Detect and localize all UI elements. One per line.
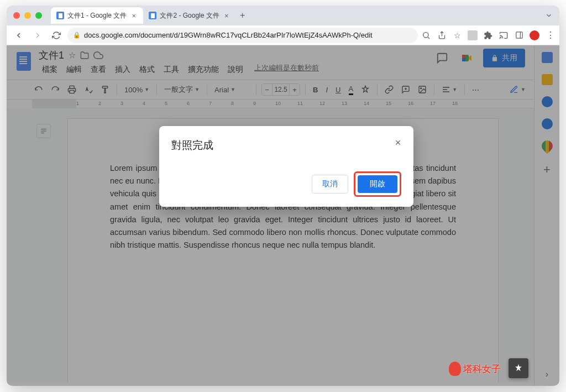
outline-toggle-icon[interactable] bbox=[36, 124, 51, 138]
link-button[interactable] bbox=[382, 84, 396, 95]
collapse-panel-icon[interactable]: › bbox=[546, 369, 548, 379]
window-close-button[interactable] bbox=[13, 12, 20, 19]
tab-title: 文件1 - Google 文件 bbox=[67, 11, 127, 20]
ruler-number: 1 bbox=[76, 101, 79, 106]
paint-format-button[interactable] bbox=[98, 84, 112, 95]
tab-close-icon[interactable]: × bbox=[130, 12, 138, 19]
menu-format[interactable]: 格式 bbox=[136, 63, 158, 76]
menubar: 檔案 編輯 查看 插入 格式 工具 擴充功能 說明 上次編輯是在數秒前 bbox=[39, 63, 428, 76]
ruler-number: 16 bbox=[408, 101, 413, 106]
profile-avatar-icon[interactable] bbox=[530, 30, 539, 40]
docs-title-row: 文件1 ☆ bbox=[39, 49, 428, 62]
extension-icon[interactable] bbox=[468, 30, 478, 40]
menu-file[interactable]: 檔案 bbox=[39, 63, 61, 76]
redo-button[interactable] bbox=[49, 84, 62, 95]
sidebar-panel-icon[interactable] bbox=[514, 30, 524, 40]
bold-button[interactable]: B bbox=[311, 85, 320, 95]
docs-logo-icon[interactable] bbox=[14, 49, 33, 74]
reload-button[interactable] bbox=[49, 28, 64, 43]
underline-button[interactable]: U bbox=[333, 85, 343, 95]
text-color-button[interactable]: A bbox=[347, 83, 356, 96]
back-button[interactable] bbox=[11, 28, 27, 43]
style-select[interactable]: 一般文字▼ bbox=[162, 83, 202, 96]
star-icon[interactable]: ☆ bbox=[69, 50, 76, 60]
window-minimize-button[interactable] bbox=[24, 12, 31, 19]
contacts-icon[interactable] bbox=[542, 118, 553, 129]
image-button[interactable] bbox=[416, 84, 429, 95]
font-size-stepper: − 12.5 + bbox=[261, 83, 300, 96]
ruler-number: 18 bbox=[452, 101, 458, 106]
print-button[interactable] bbox=[65, 84, 78, 95]
address-bar[interactable]: 🔒 docs.google.com/document/d/19GWrn8wRC1… bbox=[67, 28, 418, 43]
more-button[interactable]: ⋯ bbox=[470, 85, 481, 95]
ruler[interactable]: 123456789101112131415161718 bbox=[32, 100, 552, 108]
ruler-number: 7 bbox=[209, 101, 212, 106]
new-tab-button[interactable]: + bbox=[236, 9, 249, 22]
calendar-icon[interactable] bbox=[542, 52, 553, 63]
url-text: docs.google.com/document/d/19GWrn8wRC17v… bbox=[84, 31, 412, 39]
menu-edit[interactable]: 編輯 bbox=[63, 63, 85, 76]
forward-button[interactable] bbox=[30, 28, 45, 43]
highlight-button[interactable] bbox=[359, 84, 372, 95]
svg-rect-4 bbox=[462, 55, 465, 58]
lock-icon bbox=[491, 54, 499, 62]
share-label: 共用 bbox=[502, 53, 517, 63]
menu-view[interactable]: 查看 bbox=[87, 63, 109, 76]
titlebar: 文件1 - Google 文件 × 文件2 - Google 文件 × + bbox=[7, 6, 559, 25]
menu-tools[interactable]: 工具 bbox=[160, 63, 182, 76]
share-button[interactable]: 共用 bbox=[483, 49, 525, 67]
browser-tabs: 文件1 - Google 文件 × 文件2 - Google 文件 × + bbox=[51, 6, 541, 25]
keep-icon[interactable] bbox=[542, 74, 553, 85]
dialog-title: 對照完成 bbox=[171, 138, 401, 153]
ruler-number: 2 bbox=[98, 101, 101, 106]
separator bbox=[464, 84, 465, 95]
tab-close-icon[interactable]: × bbox=[223, 12, 230, 19]
undo-button[interactable] bbox=[32, 84, 45, 95]
align-button[interactable]: ▼ bbox=[439, 84, 459, 95]
ruler-number: 15 bbox=[386, 101, 391, 106]
ruler-number: 13 bbox=[342, 101, 347, 106]
meet-icon[interactable] bbox=[458, 49, 476, 67]
add-addon-icon[interactable]: + bbox=[543, 163, 551, 177]
comment-history-icon[interactable] bbox=[433, 49, 451, 67]
cloud-status-icon[interactable] bbox=[93, 50, 103, 60]
document-title[interactable]: 文件1 bbox=[39, 49, 64, 62]
tasks-icon[interactable] bbox=[542, 96, 553, 107]
url-bar-row: 🔒 docs.google.com/document/d/19GWrn8wRC1… bbox=[7, 25, 559, 45]
browser-tab-2[interactable]: 文件2 - Google 文件 × bbox=[143, 7, 235, 24]
cast-icon[interactable] bbox=[499, 30, 509, 40]
star-icon[interactable]: ☆ bbox=[452, 30, 462, 40]
spellcheck-button[interactable] bbox=[82, 84, 95, 95]
menu-help[interactable]: 說明 bbox=[224, 63, 247, 76]
compare-complete-dialog: 對照完成 × 取消 開啟 bbox=[159, 126, 413, 207]
separator bbox=[207, 84, 207, 95]
window-maximize-button[interactable] bbox=[35, 12, 42, 19]
comment-button[interactable] bbox=[399, 84, 412, 95]
svg-point-0 bbox=[423, 32, 428, 37]
ruler-number: 14 bbox=[364, 101, 369, 106]
decrease-font-button[interactable]: − bbox=[262, 86, 272, 94]
chrome-menu-icon[interactable]: ⋮ bbox=[545, 30, 555, 40]
editing-mode-button[interactable]: ▼ bbox=[505, 83, 530, 96]
font-select[interactable]: Arial▼ bbox=[212, 85, 251, 95]
ruler-number: 6 bbox=[187, 101, 190, 106]
open-button[interactable]: 開啟 bbox=[358, 175, 397, 193]
dialog-close-button[interactable]: × bbox=[391, 136, 405, 149]
last-edit-info[interactable]: 上次編輯是在數秒前 bbox=[254, 63, 319, 76]
increase-font-button[interactable]: + bbox=[290, 86, 300, 94]
cancel-button[interactable]: 取消 bbox=[312, 175, 348, 194]
extensions-puzzle-icon[interactable] bbox=[483, 30, 493, 40]
window-expand-icon[interactable] bbox=[545, 12, 553, 19]
menu-extensions[interactable]: 擴充功能 bbox=[185, 63, 222, 76]
search-icon[interactable] bbox=[421, 30, 431, 40]
zoom-select[interactable]: 100%▼ bbox=[122, 85, 151, 95]
menu-insert[interactable]: 插入 bbox=[112, 63, 134, 76]
maps-icon[interactable] bbox=[539, 138, 554, 154]
separator bbox=[256, 84, 256, 95]
font-size-value[interactable]: 12.5 bbox=[272, 84, 290, 95]
move-folder-icon[interactable] bbox=[80, 51, 89, 60]
browser-tab-1[interactable]: 文件1 - Google 文件 × bbox=[51, 7, 143, 24]
share-icon[interactable] bbox=[437, 30, 447, 40]
italic-button[interactable]: I bbox=[323, 85, 330, 95]
explore-button[interactable] bbox=[509, 358, 528, 378]
